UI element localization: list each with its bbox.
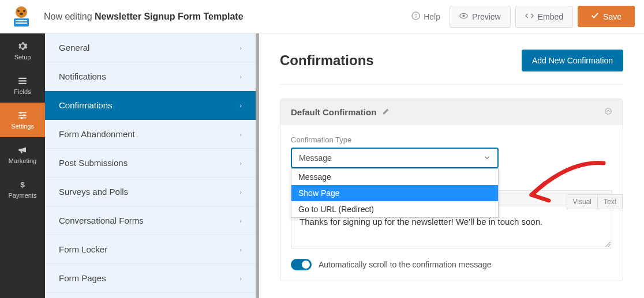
submenu-surveys-polls[interactable]: Surveys and Polls› bbox=[45, 178, 256, 206]
sidebar-item-settings[interactable]: Settings bbox=[0, 103, 45, 137]
sidebar-label: Setup bbox=[14, 54, 31, 61]
svg-point-19 bbox=[21, 117, 23, 119]
submenu-label: Surveys and Polls bbox=[59, 187, 128, 197]
preview-button[interactable]: Preview bbox=[450, 6, 511, 28]
content-pane: Confirmations Add New Confirmation Defau… bbox=[259, 33, 644, 298]
submenu-label: Conversational Forms bbox=[59, 216, 144, 225]
sidebar-label: Marketing bbox=[9, 157, 36, 164]
submenu-label: Form Pages bbox=[59, 273, 106, 283]
eye-icon bbox=[459, 12, 468, 22]
svg-rect-5 bbox=[16, 20, 27, 21]
chevron-right-icon: › bbox=[239, 160, 242, 167]
sidebar-label: Fields bbox=[14, 88, 31, 95]
field-label-confirmation-type: Confirmation Type bbox=[291, 135, 612, 144]
pencil-icon[interactable] bbox=[382, 107, 390, 117]
preview-label: Preview bbox=[472, 12, 501, 21]
svg-point-0 bbox=[16, 6, 27, 18]
list-icon bbox=[17, 76, 28, 86]
chevron-right-icon: › bbox=[239, 275, 242, 282]
confirmation-type-select[interactable]: Message bbox=[291, 148, 499, 168]
gear-icon bbox=[17, 41, 28, 51]
top-bar: Now editing Newsletter Signup Form Templ… bbox=[0, 0, 644, 33]
svg-point-10 bbox=[462, 14, 465, 17]
bullhorn-icon bbox=[17, 145, 28, 155]
sidebar-item-marketing[interactable]: Marketing bbox=[0, 137, 45, 172]
submenu-post-submissions[interactable]: Post Submissions› bbox=[45, 149, 256, 178]
svg-point-17 bbox=[20, 112, 22, 114]
resize-handle[interactable] bbox=[605, 241, 611, 247]
svg-rect-12 bbox=[18, 80, 27, 81]
panel-title: Default Confirmation bbox=[291, 107, 376, 117]
svg-point-21 bbox=[605, 108, 612, 115]
save-button[interactable]: Save bbox=[578, 6, 635, 27]
chevron-right-icon: › bbox=[239, 73, 242, 80]
chevron-right-icon: › bbox=[239, 188, 242, 195]
code-icon bbox=[525, 12, 534, 22]
dropdown-option-show-page[interactable]: Show Page bbox=[291, 185, 498, 201]
sidebar-label: Settings bbox=[11, 123, 34, 130]
logo-icon bbox=[9, 5, 33, 29]
submenu-label: Notifications bbox=[59, 71, 106, 81]
submenu-confirmations[interactable]: Confirmations› bbox=[45, 91, 256, 120]
sidebar-item-payments[interactable]: $ Payments bbox=[0, 172, 45, 206]
svg-point-18 bbox=[23, 114, 25, 116]
toggle-label: Automatically scroll to the confirmation… bbox=[319, 260, 492, 269]
auto-scroll-toggle[interactable] bbox=[291, 259, 312, 270]
svg-point-3 bbox=[20, 13, 23, 15]
svg-text:$: $ bbox=[20, 180, 25, 189]
embed-button[interactable]: Embed bbox=[515, 6, 573, 28]
svg-rect-11 bbox=[18, 78, 27, 79]
svg-rect-6 bbox=[16, 22, 27, 24]
content-heading: Confirmations bbox=[280, 52, 374, 69]
icon-sidebar: Setup Fields Settings Marketing $ Paymen… bbox=[0, 33, 45, 298]
page-title: Now editing Newsletter Signup Form Templ… bbox=[44, 12, 244, 22]
add-confirmation-button[interactable]: Add New Confirmation bbox=[522, 50, 623, 71]
svg-rect-13 bbox=[18, 83, 27, 84]
submenu-form-pages[interactable]: Form Pages› bbox=[45, 264, 256, 293]
submenu-form-locker[interactable]: Form Locker› bbox=[45, 235, 256, 264]
help-icon: ? bbox=[411, 12, 420, 22]
help-link[interactable]: ? Help bbox=[411, 12, 440, 22]
submenu-label: Confirmations bbox=[59, 100, 113, 110]
check-icon bbox=[591, 12, 599, 21]
chevron-right-icon: › bbox=[239, 131, 242, 138]
settings-submenu: General› Notifications› Confirmations› F… bbox=[45, 33, 259, 298]
form-name: Newsletter Signup Form Template bbox=[95, 12, 244, 21]
submenu-label: Form Locker bbox=[59, 244, 107, 254]
help-label: Help bbox=[424, 12, 440, 21]
svg-point-1 bbox=[17, 10, 20, 12]
submenu-webhooks[interactable]: Webhooks› bbox=[45, 293, 256, 298]
submenu-general[interactable]: General› bbox=[45, 33, 256, 62]
embed-label: Embed bbox=[538, 12, 563, 21]
sliders-icon bbox=[17, 110, 28, 120]
submenu-conversational-forms[interactable]: Conversational Forms› bbox=[45, 206, 256, 235]
editor-content: Thanks for signing up for the newsletter… bbox=[299, 217, 542, 227]
dropdown-option-message[interactable]: Message bbox=[291, 169, 498, 185]
chevron-right-icon: › bbox=[239, 217, 242, 224]
svg-point-2 bbox=[23, 10, 25, 12]
select-value: Message bbox=[299, 153, 332, 163]
chevron-down-icon bbox=[484, 153, 491, 163]
collapse-icon[interactable] bbox=[604, 107, 612, 117]
submenu-form-abandonment[interactable]: Form Abandonment› bbox=[45, 120, 256, 149]
submenu-label: General bbox=[59, 43, 89, 52]
panel-header[interactable]: Default Confirmation bbox=[280, 99, 623, 125]
save-label: Save bbox=[603, 12, 621, 21]
confirmation-panel: Default Confirmation Confirmation Type M… bbox=[280, 99, 623, 281]
sidebar-item-fields[interactable]: Fields bbox=[0, 68, 45, 103]
chevron-right-icon: › bbox=[239, 102, 242, 109]
dollar-icon: $ bbox=[17, 179, 28, 190]
confirmation-type-dropdown: Message Show Page Go to URL (Redirect) bbox=[291, 168, 499, 218]
sidebar-label: Payments bbox=[9, 192, 37, 199]
chevron-right-icon: › bbox=[239, 44, 242, 51]
dropdown-option-redirect[interactable]: Go to URL (Redirect) bbox=[291, 201, 498, 217]
svg-text:?: ? bbox=[414, 13, 417, 19]
submenu-label: Form Abandonment bbox=[59, 129, 135, 139]
submenu-label: Post Submissions bbox=[59, 158, 128, 168]
submenu-notifications[interactable]: Notifications› bbox=[45, 62, 256, 91]
chevron-right-icon: › bbox=[239, 246, 242, 253]
editing-prefix: Now editing bbox=[44, 12, 95, 21]
sidebar-item-setup[interactable]: Setup bbox=[0, 33, 45, 68]
